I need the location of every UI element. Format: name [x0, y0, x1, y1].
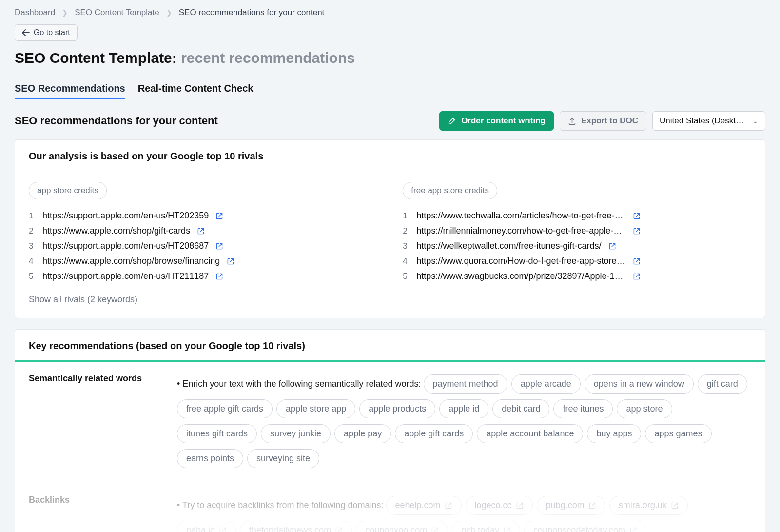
backlink-token-label: pubg.com	[546, 500, 585, 511]
chevron-right-icon: ❯	[62, 9, 68, 17]
semantic-token[interactable]: app store	[617, 399, 672, 418]
rival-link[interactable]: https://www.quora.com/How-do-I-get-free-…	[416, 256, 626, 266]
backlink-token-label: gcb.today	[461, 525, 499, 532]
rival-item: https://millennialmoney.com/how-to-get-f…	[403, 223, 749, 238]
semantic-token[interactable]: gift card	[698, 374, 747, 394]
rivals-fade-overlay	[29, 279, 751, 292]
edit-icon	[448, 117, 456, 125]
page-title: SEO Content Template: recent recommendat…	[15, 50, 765, 66]
locale-select-value: United States (Deskt…	[660, 116, 744, 126]
external-link-icon[interactable]	[608, 242, 616, 250]
order-content-button[interactable]: Order content writing	[439, 111, 554, 131]
locale-select[interactable]: United States (Deskt… ⌄	[652, 111, 765, 131]
semantic-token[interactable]: apple id	[439, 399, 488, 418]
chevron-down-icon: ⌄	[753, 118, 758, 125]
backlink-token[interactable]: naba.io	[177, 521, 236, 532]
semantic-token[interactable]: itunes gift cards	[177, 424, 257, 443]
backlink-token-label: logeco.cc	[475, 500, 512, 511]
external-link-icon[interactable]	[219, 527, 227, 532]
semantic-token[interactable]: buy apps	[587, 424, 641, 443]
export-doc-button[interactable]: Export to DOC	[560, 111, 646, 131]
external-link-icon[interactable]	[445, 502, 452, 510]
backlink-token[interactable]: eehelp.com	[386, 496, 462, 515]
external-link-icon[interactable]	[516, 502, 524, 510]
external-link-icon[interactable]	[633, 212, 641, 220]
semantic-token[interactable]: apple account balance	[477, 424, 583, 443]
external-link-icon[interactable]	[503, 527, 511, 532]
rival-link[interactable]: https://www.apple.com/shop/gift-cards	[42, 226, 190, 236]
backlink-token-label: eehelp.com	[395, 500, 441, 511]
semantic-hint: Enrich your text with the following sema…	[182, 379, 421, 389]
semantic-token[interactable]: payment method	[424, 374, 507, 394]
rival-item: https://www.apple.com/shop/browse/financ…	[29, 254, 375, 269]
rival-item: https://www.techwalla.com/articles/how-t…	[403, 208, 749, 223]
external-link-icon[interactable]	[215, 242, 223, 250]
backlink-token[interactable]: thetopdailynews.com	[240, 521, 352, 532]
semantic-token[interactable]: free itunes	[553, 399, 613, 418]
backlink-token[interactable]: gcb.today	[452, 521, 520, 532]
tab-realtime-check[interactable]: Real-time Content Check	[138, 78, 254, 99]
external-link-icon[interactable]	[431, 527, 439, 532]
breadcrumb-template[interactable]: SEO Content Template	[75, 8, 159, 18]
external-link-icon[interactable]	[197, 227, 205, 235]
export-doc-label: Export to DOC	[581, 116, 638, 126]
rivals-card: Our analysis is based on your Google top…	[15, 139, 765, 318]
semantic-label: Semantically related words	[29, 372, 165, 471]
rival-link[interactable]: https://www.techwalla.com/articles/how-t…	[416, 211, 626, 221]
semantic-token[interactable]: earns points	[177, 449, 243, 468]
tabs: SEO Recommendations Real-time Content Ch…	[15, 78, 765, 99]
breadcrumb-current: SEO recommendations for your content	[179, 8, 325, 18]
backlinks-hint: Try to acquire backlinks from the follow…	[182, 500, 384, 510]
rival-link[interactable]: https://millennialmoney.com/how-to-get-f…	[416, 226, 626, 236]
go-to-start-button[interactable]: Go to start	[15, 24, 78, 41]
rival-link[interactable]: https://www.apple.com/shop/browse/financ…	[42, 256, 220, 266]
backlink-token-label: couponxoo.com	[365, 525, 427, 532]
go-to-start-label: Go to start	[34, 28, 70, 37]
backlink-token-label: thetopdailynews.com	[249, 525, 331, 532]
show-all-rivals-link[interactable]: Show all rivals (2 keywords)	[29, 295, 137, 306]
external-link-icon[interactable]	[335, 527, 343, 532]
backlink-token-label: naba.io	[186, 525, 215, 532]
backlink-token[interactable]: pubg.com	[537, 496, 605, 515]
backlink-token[interactable]: couponscodetoday.com	[524, 521, 646, 532]
external-link-icon[interactable]	[227, 257, 234, 265]
semantic-token[interactable]: apple products	[359, 399, 435, 418]
breadcrumb: Dashboard ❯ SEO Content Template ❯ SEO r…	[15, 8, 765, 18]
backlink-token[interactable]: logeco.cc	[466, 496, 533, 515]
semantic-token[interactable]: apple gift cards	[395, 424, 473, 443]
semantic-row: Semantically related words • Enrich your…	[15, 362, 765, 483]
keyword-pill: free app store credits	[403, 182, 497, 199]
rival-link[interactable]: https://support.apple.com/en-us/HT208687	[42, 241, 209, 251]
tab-seo-recommendations[interactable]: SEO Recommendations	[15, 78, 125, 99]
breadcrumb-dashboard[interactable]: Dashboard	[15, 8, 55, 18]
external-link-icon[interactable]	[629, 527, 637, 532]
rival-item: https://www.apple.com/shop/gift-cards	[29, 223, 375, 238]
semantic-token[interactable]: free apple gift cards	[177, 399, 273, 418]
semantic-token[interactable]: apps games	[645, 424, 711, 443]
order-content-label: Order content writing	[461, 116, 546, 126]
upload-icon	[568, 117, 576, 125]
external-link-icon[interactable]	[588, 502, 596, 510]
backlink-token-label: couponscodetoday.com	[533, 525, 625, 532]
key-recommendations-card: Key recommendations (based on your Googl…	[15, 329, 765, 532]
rival-column: free app store creditshttps://www.techwa…	[403, 182, 749, 284]
arrow-left-icon	[22, 29, 30, 36]
backlink-token[interactable]: smira.org.uk	[609, 496, 688, 515]
semantic-token[interactable]: surveying site	[247, 449, 319, 468]
semantic-token[interactable]: apple arcade	[511, 374, 581, 394]
external-link-icon[interactable]	[215, 212, 223, 220]
rival-link[interactable]: https://wellkeptwallet.com/free-itunes-g…	[416, 241, 601, 251]
semantic-token[interactable]: debit card	[492, 399, 549, 418]
chevron-right-icon: ❯	[166, 9, 172, 17]
backlinks-label: Backlinks	[29, 493, 165, 532]
rival-item: https://support.apple.com/en-us/HT202359	[29, 208, 375, 223]
rival-link[interactable]: https://support.apple.com/en-us/HT202359	[42, 211, 209, 221]
semantic-token[interactable]: survey junkie	[261, 424, 331, 443]
semantic-token[interactable]: apple pay	[334, 424, 391, 443]
external-link-icon[interactable]	[671, 502, 679, 510]
backlink-token[interactable]: couponxoo.com	[356, 521, 448, 532]
external-link-icon[interactable]	[633, 257, 641, 265]
semantic-token[interactable]: opens in a new window	[585, 374, 694, 394]
semantic-token[interactable]: apple store app	[276, 399, 355, 418]
external-link-icon[interactable]	[633, 227, 641, 235]
